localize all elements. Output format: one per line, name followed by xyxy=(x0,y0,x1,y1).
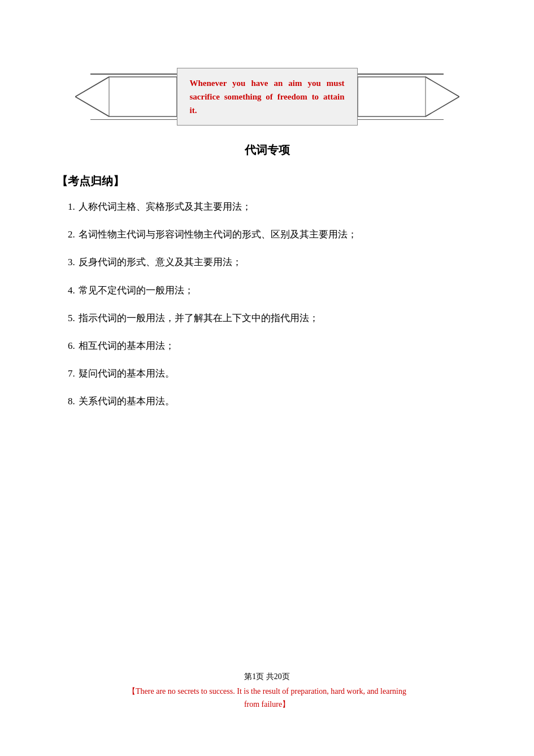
list-num: 5. xyxy=(68,310,75,326)
list-item: 4.常见不定代词的一般用法； xyxy=(68,283,489,298)
list-num: 8. xyxy=(68,394,75,409)
page-footer: 第1页 共20页 【There are no secrets to succes… xyxy=(0,672,534,711)
svg-line-5 xyxy=(426,77,459,97)
kaodian-header: 【考点归纳】 xyxy=(57,174,489,189)
svg-line-6 xyxy=(426,97,459,116)
kaodian-section: 【考点归纳】 1.人称代词主格、宾格形式及其主要用法；2.名词性物主代词与形容词… xyxy=(57,174,489,409)
list-item: 3.反身代词的形式、意义及其主要用法； xyxy=(68,254,489,270)
svg-marker-4 xyxy=(358,77,459,116)
page: Whenever you have an aim you must sacrif… xyxy=(0,0,534,756)
svg-line-2 xyxy=(75,97,109,116)
list-num: 7. xyxy=(68,366,75,381)
banner-center: Whenever you have an aim you must sacrif… xyxy=(177,68,358,126)
svg-line-1 xyxy=(75,77,109,97)
page-number: 第1页 共20页 xyxy=(0,672,534,682)
list-num: 4. xyxy=(68,283,75,298)
footer-quote-line1: 【There are no secrets to success. It is … xyxy=(128,687,406,695)
list-num: 2. xyxy=(68,227,75,242)
list-item: 2.名词性物主代词与形容词性物主代词的形式、区别及其主要用法； xyxy=(68,227,489,242)
left-arrow-icon xyxy=(75,74,177,119)
footer-quote: 【There are no secrets to success. It is … xyxy=(0,685,534,711)
list-item: 1.人称代词主格、宾格形式及其主要用法； xyxy=(68,199,489,214)
kaodian-list: 1.人称代词主格、宾格形式及其主要用法；2.名词性物主代词与形容词性物主代词的形… xyxy=(57,199,489,409)
list-num: 1. xyxy=(68,199,75,214)
list-item: 7.疑问代词的基本用法。 xyxy=(68,366,489,381)
list-item: 6.相互代词的基本用法； xyxy=(68,338,489,353)
list-num: 6. xyxy=(68,338,75,353)
section-title: 代词专项 xyxy=(45,142,489,158)
list-item: 8.关系代词的基本用法。 xyxy=(68,394,489,409)
banner-quote: Whenever you have an aim you must sacrif… xyxy=(190,76,345,117)
list-item: 5.指示代词的一般用法，并了解其在上下文中的指代用法； xyxy=(68,310,489,326)
right-arrow-icon xyxy=(358,74,459,119)
banner-wrapper: Whenever you have an aim you must sacrif… xyxy=(45,68,489,126)
footer-quote-line2: from failure】 xyxy=(244,700,290,709)
list-num: 3. xyxy=(68,254,75,270)
svg-marker-0 xyxy=(75,77,177,116)
